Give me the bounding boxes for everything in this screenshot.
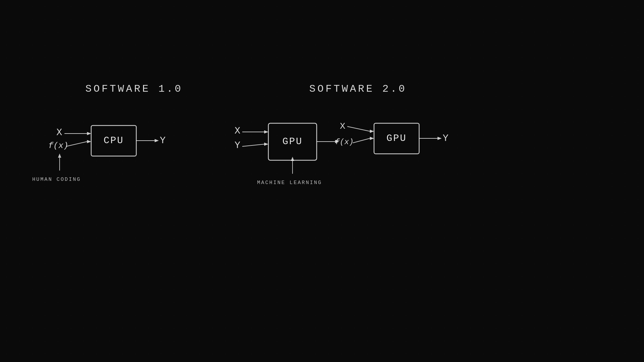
svg-marker-13 [335, 140, 339, 143]
gpu-right-label: GPU [386, 133, 407, 144]
svg-marker-15 [370, 130, 374, 133]
sw2-middle-x: X [340, 121, 345, 131]
gpu-right-box [374, 123, 419, 154]
svg-marker-7 [58, 153, 61, 158]
sw2-output-y: Y [443, 133, 448, 144]
sw1-input-fx: f(x) [48, 141, 68, 151]
sw2-input-x: X [235, 125, 240, 136]
cpu-box [91, 125, 136, 156]
svg-marker-9 [264, 130, 268, 134]
machine-learning-label: MACHINE LEARNING [257, 180, 322, 186]
software2-title: SOFTWARE 2.0 [309, 83, 407, 95]
sw2-middle-fx: f(x) [335, 138, 354, 146]
svg-marker-1 [87, 132, 91, 135]
cpu-label: CPU [103, 135, 124, 146]
svg-marker-3 [87, 140, 91, 143]
gpu-left-label: GPU [282, 136, 303, 147]
svg-line-10 [242, 144, 264, 146]
svg-marker-21 [291, 157, 294, 161]
main-container: SOFTWARE 1.0 X f(x) CPU Y HUMAN CODING S… [0, 0, 644, 362]
sw2-input-y: Y [235, 140, 240, 151]
svg-line-14 [347, 126, 370, 131]
software1-title: SOFTWARE 1.0 [85, 83, 183, 95]
svg-line-2 [66, 142, 87, 146]
svg-line-16 [353, 138, 370, 143]
svg-marker-11 [264, 143, 268, 146]
gpu-left-box [268, 123, 317, 160]
human-coding-label: HUMAN CODING [32, 177, 81, 182]
sw1-output-y: Y [160, 135, 166, 146]
svg-marker-19 [437, 137, 442, 140]
svg-marker-5 [155, 139, 159, 142]
svg-marker-17 [370, 137, 374, 140]
sw1-input-x: X [56, 127, 62, 138]
